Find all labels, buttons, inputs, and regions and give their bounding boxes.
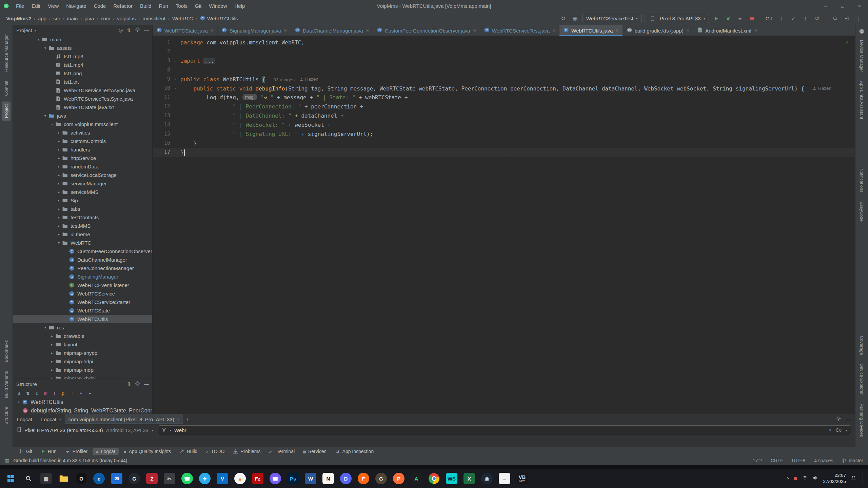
tree-item-testcontacts[interactable]: ▸testContacts bbox=[13, 213, 152, 222]
git-branch-widget[interactable]: master bbox=[842, 458, 863, 463]
chevron-down-icon[interactable]: ▾ bbox=[56, 241, 62, 245]
tree-item-webrtcservicetestasync-java[interactable]: JWebRTCServiceTestAsync.java bbox=[13, 86, 152, 95]
taskbar-icon-github-desktop[interactable]: G bbox=[125, 470, 143, 487]
breadcrumb-item[interactable]: WebRTC bbox=[171, 15, 194, 22]
usages-hint[interactable]: 93 usages bbox=[273, 75, 294, 84]
tool-window-switcher-icon[interactable]: ▥ bbox=[5, 458, 9, 463]
tree-item-webrtceventlistener[interactable]: IWebRTCEventListener bbox=[13, 281, 152, 289]
tree-item-httpservice[interactable]: ▸httpService bbox=[13, 154, 152, 162]
tree-item-webrtcutils[interactable]: CWebRTCUtils bbox=[13, 315, 152, 323]
tree-item-tst1-mp4[interactable]: tst1.mp4 bbox=[13, 61, 152, 69]
tree-item-mipmap-hdpi[interactable]: ▸mipmap-hdpi bbox=[13, 357, 152, 366]
tree-item-main[interactable]: ▾main bbox=[13, 35, 152, 44]
chevron-right-icon[interactable]: ▸ bbox=[56, 190, 62, 194]
tray-chevron-icon[interactable]: ^ bbox=[787, 476, 789, 481]
structure-item[interactable]: ▾CWebRTCUtils bbox=[13, 398, 152, 406]
breadcrumb-current-file[interactable]: CWebRTCUtils bbox=[198, 15, 239, 23]
chevron-right-icon[interactable]: ▸ bbox=[56, 156, 62, 160]
taskbar-icon-file-explorer[interactable] bbox=[55, 470, 73, 487]
line-number[interactable]: 14 bbox=[153, 120, 170, 129]
taskbar-icon-webstorm[interactable]: WS bbox=[443, 470, 460, 487]
chevron-down-icon[interactable]: ▾ bbox=[35, 28, 36, 32]
chevron-down-icon[interactable]: ▾ bbox=[42, 326, 48, 329]
tree-item-signalingmanager[interactable]: CSignalingManager bbox=[13, 272, 152, 281]
taskbar-icon-notepad[interactable]: ≡ bbox=[496, 470, 513, 487]
chevron-right-icon[interactable]: ▸ bbox=[56, 148, 62, 151]
locate-file-button[interactable]: ◎ bbox=[119, 27, 123, 33]
show-fields-button[interactable]: f bbox=[51, 390, 58, 397]
chevron-down-icon[interactable]: ▾ bbox=[49, 122, 55, 126]
structure-item[interactable]: mdebugInfo(String, String, WebRTCState, … bbox=[13, 406, 152, 414]
tool-window-button-profiler[interactable]: Profiler bbox=[62, 448, 91, 455]
status-line-ending[interactable]: CRLF bbox=[771, 458, 783, 463]
chevron-right-icon[interactable]: ▸ bbox=[56, 165, 62, 168]
line-number[interactable]: 3 bbox=[153, 56, 170, 65]
line-number[interactable]: 15 bbox=[153, 129, 170, 139]
hide-panel-button[interactable]: — bbox=[144, 27, 149, 33]
git-commit-button[interactable]: ✓ bbox=[789, 14, 798, 23]
chevron-right-icon[interactable]: ▸ bbox=[56, 232, 62, 236]
stripe-button-easycode[interactable]: EasyCode bbox=[857, 198, 866, 225]
menu-tools[interactable]: Tools bbox=[172, 0, 191, 12]
editor-tab-androidmanifest-xml[interactable]: AAndroidManifest.xml× bbox=[693, 25, 761, 36]
menu-refactor[interactable]: Refactor bbox=[110, 0, 136, 12]
chevron-right-icon[interactable]: ▸ bbox=[49, 351, 55, 355]
chevron-right-icon[interactable]: ▸ bbox=[49, 343, 55, 346]
chevron-right-icon[interactable]: ▸ bbox=[56, 173, 62, 177]
git-update-button[interactable]: ↓ bbox=[777, 14, 786, 23]
taskbar-icon-word[interactable]: W bbox=[302, 470, 319, 487]
menu-build[interactable]: Build bbox=[136, 0, 155, 12]
editor-tab-signalingmanager-java[interactable]: CSignalingManager.java× bbox=[218, 25, 291, 36]
notifications-bell-icon[interactable] bbox=[851, 475, 856, 482]
chevron-right-icon[interactable]: ▸ bbox=[56, 199, 62, 202]
close-icon[interactable]: × bbox=[284, 28, 287, 33]
tree-item-custompeerconnectionobserver[interactable]: CCustomPeerConnectionObserver bbox=[13, 247, 152, 256]
stripe-button-structure[interactable]: Structure bbox=[2, 404, 11, 428]
chevron-right-icon[interactable]: ▸ bbox=[56, 216, 62, 219]
taskbar-icon-android-studio[interactable]: A bbox=[408, 470, 425, 487]
menu-file[interactable]: File bbox=[12, 0, 28, 12]
menu-navigate[interactable]: Navigate bbox=[62, 0, 90, 12]
close-icon[interactable]: × bbox=[687, 28, 689, 33]
breadcrumb-item[interactable]: mmsclient bbox=[141, 15, 167, 22]
status-message[interactable]: Gradle build finished in 4 m 33 s 153 ms… bbox=[13, 458, 127, 463]
line-number[interactable]: 1 bbox=[153, 38, 170, 47]
line-number[interactable]: 2 bbox=[153, 47, 170, 56]
show-methods-button[interactable]: m bbox=[42, 390, 49, 397]
taskbar-icon-steam[interactable]: ◉ bbox=[478, 470, 496, 487]
tree-item-webrtc[interactable]: ▾WebRTC bbox=[13, 239, 152, 247]
tree-item-mipmap-mdpi[interactable]: ▸mipmap-mdpi bbox=[13, 366, 152, 374]
chevron-right-icon[interactable]: ▸ bbox=[49, 368, 55, 372]
taskbar-icon-vs-code[interactable]: V bbox=[214, 470, 231, 487]
tree-item-datachannelmanager[interactable]: CDataChannelManager bbox=[13, 256, 152, 264]
tool-window-button-todo[interactable]: ✓TODO bbox=[202, 448, 228, 455]
recording-tray-icon[interactable] bbox=[794, 477, 797, 480]
tree-item-handlers[interactable]: ▸handlers bbox=[13, 145, 152, 154]
chevron-right-icon[interactable]: ▸ bbox=[56, 139, 62, 143]
hide-panel-button[interactable]: — bbox=[144, 381, 149, 387]
run-configuration-select[interactable]: WebRTCServiceTest ▾ bbox=[583, 14, 642, 23]
taskbar-icon-filezilla[interactable]: Fz bbox=[249, 470, 267, 487]
line-number[interactable]: 12 bbox=[153, 102, 170, 111]
breadcrumb-item[interactable]: java bbox=[83, 15, 95, 22]
tree-item-java[interactable]: ▾java bbox=[13, 111, 152, 120]
settings-gear-icon[interactable] bbox=[135, 381, 140, 387]
editor-tab-webrtcutils-java[interactable]: CWebRTCUtils.java× bbox=[559, 25, 623, 36]
show-classes-button[interactable]: c bbox=[34, 390, 40, 397]
stripe-button-running-devices[interactable]: Running Devices bbox=[857, 401, 866, 440]
settings-gear-icon[interactable] bbox=[135, 27, 140, 33]
fold-expand-icon[interactable]: ▸ bbox=[170, 56, 180, 65]
tree-item-layout[interactable]: ▸layout bbox=[13, 340, 152, 349]
stripe-button-build-variants[interactable]: Build Variants bbox=[2, 368, 11, 401]
tree-item-randomdata[interactable]: ▸randomData bbox=[13, 162, 152, 171]
line-number[interactable]: 11 bbox=[153, 93, 170, 102]
logcat-filter-input[interactable]: ▾ Webr × Cc ▾ bbox=[158, 425, 851, 435]
tool-window-button-logcat[interactable]: ≡Logcat bbox=[93, 448, 119, 455]
tree-item-sip[interactable]: ▸Sip bbox=[13, 196, 152, 205]
taskbar-icon-snipping-tool[interactable]: ✂ bbox=[161, 470, 178, 487]
gradle-sync-icon[interactable]: ↻ bbox=[559, 14, 568, 23]
line-number[interactable]: 16 bbox=[153, 139, 170, 148]
stripe-button-commit[interactable]: Commit bbox=[2, 78, 11, 99]
stripe-button-app-links-assistant[interactable]: App Links Assistant bbox=[857, 78, 866, 122]
status-encoding[interactable]: UTF-8 bbox=[792, 458, 805, 463]
